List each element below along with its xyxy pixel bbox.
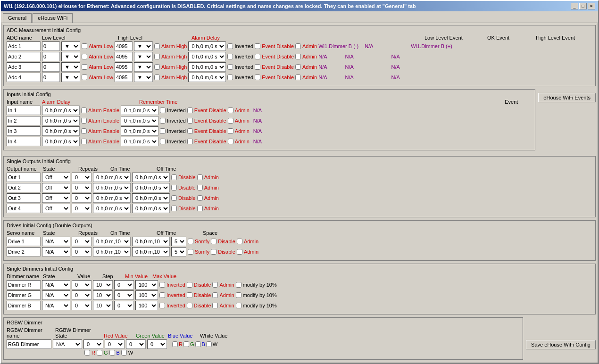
out-state-2[interactable]: Off	[42, 193, 70, 203]
drive-off-time-1[interactable]: 0 h,0 m,10 s	[132, 247, 170, 256]
rgbw-w1-check[interactable]	[206, 341, 212, 347]
tab-ehouse-wifi[interactable]: eHouse WiFi	[33, 13, 73, 23]
out-on-time-1[interactable]: 0 h,0 m,0 s	[93, 183, 131, 192]
dimmer-inverted-0[interactable]	[159, 282, 165, 288]
dimmer-disable-2[interactable]	[187, 303, 192, 308]
out-admin-1[interactable]	[197, 185, 203, 190]
drive-repeats-0[interactable]: 0	[72, 237, 92, 246]
input-event-disable-3[interactable]	[187, 139, 193, 144]
adc-high-select-0[interactable]: ▼	[134, 41, 153, 51]
dimmer-disable-0[interactable]	[187, 282, 192, 288]
dimmer-state-1[interactable]: N/A	[42, 290, 70, 300]
ehouse-wifi-events-button[interactable]: eHouse WiFi Events	[538, 93, 596, 102]
out-disable-1[interactable]	[171, 185, 177, 190]
adc-admin-check-2[interactable]	[295, 64, 301, 70]
dimmer-max-2[interactable]: 100	[135, 301, 158, 310]
drive-admin-1[interactable]	[237, 249, 242, 255]
out-name-1[interactable]	[7, 183, 41, 192]
drive-state-1[interactable]: N/A	[42, 247, 70, 256]
tab-general[interactable]: General	[3, 13, 32, 23]
input-delay-0[interactable]: 0 h,0 m,0 s	[42, 106, 80, 115]
adc-delay-1[interactable]: 0 h,0 m,0 s	[188, 52, 226, 61]
drive-somfy-1[interactable]	[188, 249, 193, 255]
out-off-time-2[interactable]: 0 h,0 m,0 s	[132, 193, 170, 203]
input-alarm-enable-1[interactable]	[81, 118, 87, 124]
dimmer-modify-2[interactable]	[236, 303, 241, 308]
input-admin-1[interactable]	[228, 118, 233, 124]
rgbw-r1-check[interactable]	[172, 341, 178, 347]
drive-on-time-1[interactable]: 0 h,0 m,10 s	[93, 247, 131, 256]
out-name-0[interactable]	[7, 173, 41, 182]
input-alarm-enable-0[interactable]	[81, 108, 87, 113]
adc-inverted-check-1[interactable]	[227, 54, 233, 59]
input-remember-2[interactable]: 0 h,0 m,0 s	[121, 126, 158, 136]
adc-alarm-high-check-0[interactable]	[154, 43, 160, 49]
adc-event-disable-check-2[interactable]	[255, 64, 260, 70]
adc-high-0[interactable]	[115, 41, 133, 51]
input-event-disable-1[interactable]	[187, 118, 193, 124]
dimmer-max-1[interactable]: 100	[135, 290, 158, 300]
adc-low-3[interactable]	[42, 73, 60, 82]
rgbw-r2-check[interactable]	[84, 350, 90, 356]
out-repeats-1[interactable]: 0	[72, 183, 92, 192]
out-off-time-0[interactable]: 0 h,0 m,0 s	[132, 173, 170, 182]
adc-delay-0[interactable]: 0 h,0 m,0 s	[188, 41, 226, 51]
input-alarm-enable-2[interactable]	[81, 128, 87, 134]
input-event-disable-2[interactable]	[187, 128, 193, 134]
adc-low-event-0[interactable]: Wi1.Dimmer B (-)	[318, 43, 358, 49]
out-repeats-0[interactable]: 0	[72, 173, 92, 182]
dimmer-step-0[interactable]: 10	[93, 280, 113, 290]
input-inverted-0[interactable]	[160, 108, 166, 113]
out-name-3[interactable]	[7, 204, 41, 213]
rgbw-g2-check[interactable]	[97, 350, 102, 356]
adc-inverted-check-2[interactable]	[227, 64, 233, 70]
dimmer-min-2[interactable]: 0	[114, 301, 134, 310]
out-on-time-2[interactable]: 0 h,0 m,0 s	[93, 193, 131, 203]
dimmer-modify-1[interactable]	[236, 292, 241, 298]
dimmer-admin-1[interactable]	[212, 292, 218, 298]
input-name-2[interactable]	[7, 126, 41, 136]
drive-name-1[interactable]	[7, 247, 41, 256]
out-state-3[interactable]: Off	[42, 204, 70, 213]
drive-somfy-0[interactable]	[188, 239, 193, 244]
adc-high-3[interactable]	[115, 73, 133, 82]
dimmer-disable-1[interactable]	[187, 292, 192, 298]
drive-space-1[interactable]: 5	[171, 247, 186, 256]
drive-admin-0[interactable]	[237, 239, 242, 244]
dimmer-name-2[interactable]	[7, 301, 41, 310]
input-inverted-1[interactable]	[160, 118, 166, 124]
input-name-0[interactable]	[7, 106, 41, 115]
out-on-time-3[interactable]: 0 h,0 m,0 s	[93, 204, 131, 213]
dimmer-admin-2[interactable]	[212, 303, 218, 308]
dimmer-modify-0[interactable]	[236, 282, 241, 288]
adc-alarm-low-check-1[interactable]	[82, 54, 87, 59]
input-name-3[interactable]	[7, 137, 41, 146]
drive-space-0[interactable]: 5	[171, 237, 186, 246]
adc-high-event-0[interactable]: Wi1.Dimmer B (+)	[411, 43, 452, 49]
out-state-1[interactable]: Off	[42, 183, 70, 192]
input-name-1[interactable]	[7, 116, 41, 125]
adc-delay-2[interactable]: 0 h,0 m,0 s	[188, 62, 226, 72]
dimmer-name-1[interactable]	[7, 290, 41, 300]
adc-alarm-low-check-2[interactable]	[82, 64, 87, 70]
dimmer-max-0[interactable]: 100	[135, 280, 158, 290]
input-event-disable-0[interactable]	[187, 108, 193, 113]
adc-name-1[interactable]	[7, 52, 41, 61]
input-remember-0[interactable]: 0 h,0 m,0 s	[121, 106, 158, 115]
input-alarm-enable-3[interactable]	[81, 139, 87, 144]
dimmer-state-2[interactable]: N/A	[42, 301, 70, 310]
dimmer-min-1[interactable]: 0	[114, 290, 134, 300]
adc-low-select-1[interactable]: ▼	[61, 52, 80, 61]
save-button[interactable]: Save eHouse WiFi Config	[526, 340, 596, 349]
adc-admin-check-1[interactable]	[295, 54, 301, 59]
drive-state-0[interactable]: N/A	[42, 237, 70, 246]
adc-high-select-1[interactable]: ▼	[134, 52, 153, 61]
input-remember-1[interactable]: 0 h,0 m,0 s	[121, 116, 158, 125]
adc-alarm-low-check-3[interactable]	[82, 74, 87, 80]
adc-event-disable-check-0[interactable]	[255, 43, 260, 49]
input-delay-3[interactable]: 0 h,0 m,0 s	[42, 137, 80, 146]
rgbw-b2-check[interactable]	[109, 350, 115, 356]
adc-alarm-high-check-1[interactable]	[154, 54, 160, 59]
minimize-button[interactable]: _	[571, 3, 578, 9]
rgbw-g1-check[interactable]	[183, 341, 189, 347]
